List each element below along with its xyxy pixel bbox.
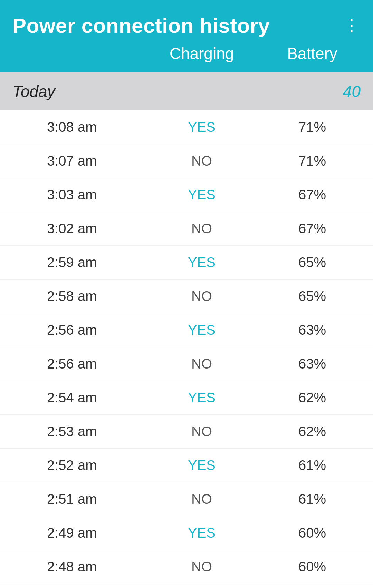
time-cell: 3:08 am (12, 119, 140, 135)
charging-cell: YES (140, 322, 264, 338)
header-top: Power connection history ⋮ (12, 3, 361, 38)
time-cell: 2:49 am (12, 525, 140, 541)
charging-cell: NO (140, 491, 264, 507)
charging-cell: YES (140, 187, 264, 203)
app-header: Power connection history ⋮ Charging Batt… (0, 0, 373, 72)
charging-cell: YES (140, 458, 264, 473)
table-row: 3:02 amNO67% (0, 212, 373, 246)
charging-cell: YES (140, 255, 264, 270)
table-row: 2:46 amYES59% (0, 584, 373, 588)
table-row: 2:49 amYES60% (0, 516, 373, 550)
battery-cell: 71% (264, 119, 361, 135)
time-cell: 2:56 am (12, 322, 140, 338)
table-row: 3:08 amYES71% (0, 110, 373, 144)
battery-column-header: Battery (264, 44, 361, 63)
table-row: 2:56 amYES63% (0, 313, 373, 347)
charging-cell: NO (140, 221, 264, 236)
time-cell: 2:56 am (12, 356, 140, 372)
charging-cell: YES (140, 390, 264, 405)
charging-cell: NO (140, 153, 264, 169)
table-row: 2:53 amNO62% (0, 415, 373, 449)
table-row: 2:54 amYES62% (0, 381, 373, 415)
charging-cell: NO (140, 424, 264, 439)
page-title: Power connection history (12, 14, 270, 38)
time-cell: 2:48 am (12, 559, 140, 575)
charging-cell: NO (140, 288, 264, 304)
time-cell: 2:51 am (12, 491, 140, 507)
table-row: 2:51 amNO61% (0, 482, 373, 516)
battery-cell: 60% (264, 525, 361, 541)
time-cell: 2:52 am (12, 458, 140, 473)
section-label: Today (12, 82, 55, 101)
time-cell: 3:03 am (12, 187, 140, 203)
history-table: 3:08 amYES71%3:07 amNO71%3:03 amYES67%3:… (0, 110, 373, 588)
battery-cell: 61% (264, 491, 361, 507)
section-count: 40 (343, 82, 361, 101)
time-cell: 2:54 am (12, 390, 140, 405)
table-row: 2:48 amNO60% (0, 550, 373, 584)
charging-cell: NO (140, 559, 264, 575)
battery-cell: 63% (264, 356, 361, 372)
charging-cell: YES (140, 525, 264, 541)
time-cell: 2:58 am (12, 288, 140, 304)
battery-cell: 60% (264, 559, 361, 575)
battery-cell: 71% (264, 153, 361, 169)
section-today-header: Today 40 (0, 72, 373, 110)
battery-cell: 65% (264, 255, 361, 270)
battery-cell: 61% (264, 458, 361, 473)
column-headers: Charging Battery (12, 44, 361, 69)
charging-cell: YES (140, 119, 264, 135)
battery-cell: 63% (264, 322, 361, 338)
overflow-menu-icon[interactable]: ⋮ (343, 17, 361, 34)
table-row: 2:58 amNO65% (0, 280, 373, 313)
time-cell: 3:07 am (12, 153, 140, 169)
charging-cell: NO (140, 356, 264, 372)
battery-cell: 67% (264, 221, 361, 236)
table-row: 2:59 amYES65% (0, 246, 373, 280)
battery-cell: 62% (264, 424, 361, 439)
table-row: 2:56 amNO63% (0, 347, 373, 381)
table-row: 2:52 amYES61% (0, 449, 373, 482)
time-cell: 2:59 am (12, 255, 140, 270)
table-row: 3:03 amYES67% (0, 178, 373, 212)
battery-cell: 62% (264, 390, 361, 405)
battery-cell: 65% (264, 288, 361, 304)
charging-column-header: Charging (140, 44, 264, 63)
table-row: 3:07 amNO71% (0, 144, 373, 178)
time-cell: 3:02 am (12, 221, 140, 236)
battery-cell: 67% (264, 187, 361, 203)
time-cell: 2:53 am (12, 424, 140, 439)
